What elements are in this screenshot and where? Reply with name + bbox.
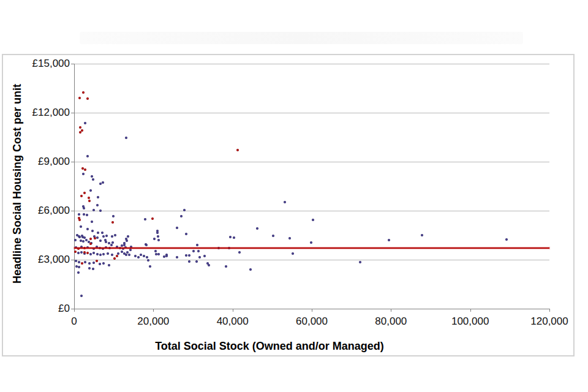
providers-main-point xyxy=(89,189,92,192)
providers-flagged-point xyxy=(86,252,89,254)
providers-main-point xyxy=(185,254,187,257)
providers-main-point xyxy=(74,239,77,241)
providers-main-point xyxy=(92,252,95,254)
providers-main-point xyxy=(107,252,109,255)
providers-main-point xyxy=(83,213,85,216)
providers-main-point xyxy=(144,218,146,221)
providers-main-point xyxy=(92,268,94,270)
providers-main-point xyxy=(84,122,86,124)
providers-main-point xyxy=(208,264,210,266)
providers-main-point xyxy=(91,175,93,178)
providers-main-point xyxy=(183,209,186,211)
y-tick xyxy=(71,162,74,162)
providers-main-point xyxy=(125,254,127,256)
providers-flagged-point xyxy=(88,200,91,202)
providers-main-point xyxy=(238,251,241,254)
x-tick-label: 40,000 xyxy=(203,315,262,328)
providers-main-point xyxy=(176,227,178,229)
providers-main-point xyxy=(84,261,86,263)
providers-main-point xyxy=(81,235,83,237)
providers-main-point xyxy=(86,155,89,157)
providers-main-point xyxy=(88,262,91,265)
providers-main-point xyxy=(75,260,77,262)
providers-flagged-point xyxy=(78,97,81,99)
providers-main-point xyxy=(188,254,190,257)
providers-main-point xyxy=(111,254,113,256)
y-gridline xyxy=(74,260,549,260)
y-tick xyxy=(71,211,74,211)
providers-flagged-point xyxy=(113,257,116,260)
providers-main-point xyxy=(92,178,94,181)
providers-main-point xyxy=(188,260,190,263)
providers-main-point xyxy=(195,260,198,263)
providers-main-point xyxy=(157,239,160,241)
providers-main-point xyxy=(110,244,113,246)
providers-main-point xyxy=(256,227,258,230)
y-gridline xyxy=(74,64,549,64)
reference-line xyxy=(74,247,549,249)
providers-main-point xyxy=(77,252,80,254)
providers-main-point xyxy=(249,268,252,271)
providers-main-point xyxy=(97,196,99,198)
y-gridline xyxy=(74,113,549,113)
providers-flagged-point xyxy=(151,217,154,220)
providers-main-point xyxy=(82,173,85,175)
providers-main-point xyxy=(198,256,201,258)
providers-main-point xyxy=(149,265,151,268)
providers-main-point xyxy=(112,215,115,217)
providers-main-point xyxy=(99,254,102,256)
x-tick xyxy=(233,309,233,312)
providers-flagged-point xyxy=(111,221,114,224)
providers-main-point xyxy=(97,232,99,234)
providers-main-point xyxy=(126,239,128,242)
providers-main-point xyxy=(86,228,89,230)
providers-flagged-point xyxy=(89,238,92,240)
providers-main-point xyxy=(310,241,312,244)
providers-main-point xyxy=(145,244,148,246)
x-tick-label: 100,000 xyxy=(441,315,500,328)
providers-main-point xyxy=(192,250,195,252)
providers-main-point xyxy=(388,239,390,241)
providers-main-point xyxy=(92,262,95,264)
y-axis-line xyxy=(74,64,75,309)
providers-main-point xyxy=(78,261,80,263)
providers-main-point xyxy=(101,232,104,234)
chart-page: £0£3,000£6,000£9,000£12,000£15,000020,00… xyxy=(0,0,588,392)
providers-main-point xyxy=(80,295,83,297)
providers-flagged-point xyxy=(80,195,83,197)
scatter-chart: £0£3,000£6,000£9,000£12,000£15,000020,00… xyxy=(0,0,588,392)
providers-main-point xyxy=(102,181,104,184)
providers-main-point xyxy=(121,251,123,253)
providers-main-point xyxy=(96,236,99,239)
providers-main-point xyxy=(157,253,160,255)
providers-main-point xyxy=(83,207,85,209)
providers-main-point xyxy=(137,256,140,258)
providers-main-point xyxy=(143,255,145,257)
providers-main-point xyxy=(96,253,99,255)
x-tick xyxy=(391,309,391,312)
providers-main-point xyxy=(229,236,232,238)
providers-main-point xyxy=(196,244,198,246)
x-tick xyxy=(549,309,550,312)
providers-main-point xyxy=(129,249,132,251)
providers-main-point xyxy=(197,250,200,252)
providers-main-point xyxy=(78,235,80,238)
providers-main-point xyxy=(128,254,130,256)
y-gridline xyxy=(74,211,549,211)
providers-flagged-point xyxy=(84,168,86,171)
providers-main-point xyxy=(312,219,314,221)
providers-main-point xyxy=(153,238,156,240)
providers-main-point xyxy=(75,265,78,268)
providers-flagged-point xyxy=(88,197,90,199)
providers-flagged-point xyxy=(83,192,86,194)
providers-main-point xyxy=(99,263,101,265)
providers-main-point xyxy=(225,265,227,268)
x-tick xyxy=(470,309,471,312)
x-tick-label: 120,000 xyxy=(520,315,579,328)
providers-main-point xyxy=(80,251,83,254)
providers-main-point xyxy=(77,271,80,274)
y-tick xyxy=(71,260,74,260)
providers-main-point xyxy=(505,238,508,241)
providers-main-point xyxy=(165,255,168,257)
providers-main-point xyxy=(125,137,127,139)
